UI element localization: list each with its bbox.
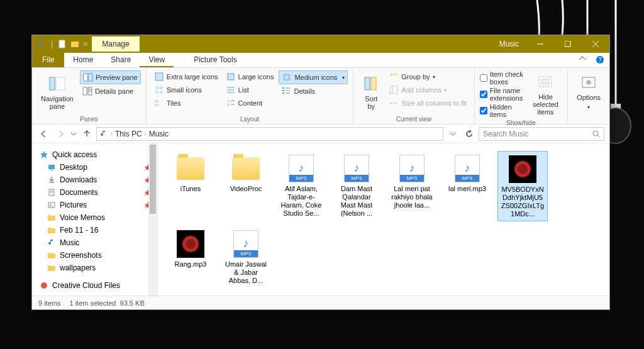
svg-rect-60 <box>48 215 51 216</box>
file-grid[interactable]: iTunesVideoProc♪MP3Atif Aslam, Tajdar-e-… <box>158 143 609 296</box>
svg-rect-59 <box>48 216 55 221</box>
file-item[interactable]: Rang.mp3 <box>165 226 216 287</box>
svg-rect-65 <box>48 266 55 271</box>
refresh-button[interactable] <box>462 127 476 141</box>
documents-icon <box>47 188 56 197</box>
navigation-pane-button[interactable]: Navigation pane <box>37 70 77 114</box>
back-button[interactable] <box>37 127 51 141</box>
file-icon: ♪MP3 <box>452 153 482 184</box>
svg-rect-5 <box>565 41 570 47</box>
large-icons-button[interactable]: Large icons <box>223 70 277 83</box>
hide-selected-items-button[interactable]: Hide selected items <box>529 70 562 118</box>
item-check-boxes-checkbox[interactable]: Item check boxes <box>480 70 526 86</box>
history-dropdown-button[interactable] <box>446 127 460 141</box>
sidebar-item-wallpapers[interactable]: wallpapers <box>32 262 157 274</box>
add-columns-button[interactable]: Add columns ▾ <box>386 84 469 96</box>
svg-rect-20 <box>160 86 163 89</box>
group-label-current-view: Current view <box>358 114 469 123</box>
sidebar-item-music[interactable]: Music <box>32 236 157 249</box>
sidebar-item-documents[interactable]: Documents📌 <box>32 186 157 199</box>
hidden-items-checkbox[interactable]: Hidden items <box>480 103 526 118</box>
group-by-button[interactable]: Group by ▾ <box>386 70 469 83</box>
sidebar-item-label: Documents <box>60 188 98 197</box>
tiles-button[interactable]: Tiles <box>152 97 221 109</box>
sidebar-item-label: Music <box>60 238 79 247</box>
svg-rect-41 <box>371 77 376 90</box>
svg-rect-10 <box>50 77 55 90</box>
svg-rect-19 <box>155 86 158 89</box>
svg-rect-2 <box>59 40 65 48</box>
sidebar-item-desktop[interactable]: Desktop📌 <box>32 161 157 174</box>
navigation-sidebar: Quick access Desktop📌Downloads📌Documents… <box>32 143 158 296</box>
folder-icon <box>47 213 56 222</box>
tab-share[interactable]: Share <box>102 53 140 67</box>
sidebar-item-label: Desktop <box>60 163 87 172</box>
svg-rect-23 <box>155 100 158 102</box>
file-icon: ♪MP3 <box>397 153 427 184</box>
file-item[interactable]: ♪MP3lal meri.mp3 <box>442 151 492 221</box>
recent-locations-button[interactable] <box>70 127 77 141</box>
group-label-layout: Layout <box>152 114 348 123</box>
size-columns-button[interactable]: Size all columns to fit <box>386 97 469 109</box>
tab-picture-tools[interactable]: Picture Tools <box>185 53 245 67</box>
close-button[interactable] <box>582 35 609 53</box>
svg-rect-24 <box>155 104 158 106</box>
content-button[interactable]: Content <box>223 97 277 109</box>
sidebar-item-feb-11-16[interactable]: Feb 11 - 16 <box>32 224 157 236</box>
sidebar-item-label: Downloads <box>60 175 97 184</box>
file-item[interactable]: iTunes <box>165 151 216 221</box>
options-button[interactable]: Options ▾ <box>573 70 604 114</box>
sidebar-item-screenshots[interactable]: Screenshots <box>32 249 157 262</box>
chevron-right-icon[interactable]: › <box>111 131 113 137</box>
help-button[interactable]: ? <box>591 53 609 67</box>
small-icons-button[interactable]: Small icons <box>152 84 221 96</box>
svg-rect-64 <box>48 253 51 254</box>
chevron-right-icon[interactable]: › <box>145 131 147 137</box>
address-bar[interactable]: › This PC › Music <box>96 127 443 141</box>
file-item[interactable]: ♪MP3Umair Jaswal & Jabar Abbas, D... <box>221 226 271 287</box>
file-icon: ♪MP3 <box>286 153 316 184</box>
doc-icon <box>58 40 67 48</box>
file-item[interactable]: ♪MP3Dam Mast Qalandar Mast Mast (Nelson … <box>331 151 382 221</box>
svg-point-50 <box>593 131 598 136</box>
list-button[interactable]: List <box>223 84 277 96</box>
title-bar[interactable]: | = | Manage Music <box>32 35 609 53</box>
forward-button[interactable] <box>53 127 67 141</box>
search-icon <box>592 130 600 138</box>
breadcrumb-music[interactable]: Music <box>149 130 169 138</box>
minimize-button[interactable] <box>526 35 554 53</box>
sidebar-item-voice-memos[interactable]: Voice Memos <box>32 211 157 224</box>
sidebar-item-pictures[interactable]: Pictures📌 <box>32 199 157 211</box>
breadcrumb-this-pc[interactable]: This PC <box>115 130 142 138</box>
file-item[interactable]: MV5BODYxNDdhYjktMjU5ZS00ZGIxLTg1MDc... <box>497 151 548 221</box>
file-label: Atif Aslam, Tajdar-e-Haram, Coke Studio … <box>279 185 324 218</box>
file-item[interactable]: ♪MP3Lal meri pat rakhiyo bhala jhoole la… <box>387 151 437 221</box>
tab-view[interactable]: View <box>140 53 174 67</box>
file-name-extensions-checkbox[interactable]: File name extensions <box>480 87 526 102</box>
maximize-button[interactable] <box>554 35 582 53</box>
preview-pane-button[interactable]: Preview pane <box>80 70 141 84</box>
collapse-ribbon-button[interactable] <box>574 53 591 67</box>
sidebar-quick-access[interactable]: Quick access <box>32 148 157 161</box>
ribbon-group-current-view: Sort by Group by ▾ Add columns ▾ Size al… <box>353 68 474 124</box>
tab-home[interactable]: Home <box>64 53 102 67</box>
sidebar-scrollbar[interactable] <box>148 143 157 296</box>
file-item[interactable]: VideoProc <box>221 151 271 221</box>
search-input[interactable]: Search Music <box>479 127 604 141</box>
medium-icons-button[interactable]: Medium icons▾ <box>279 70 348 84</box>
file-menu[interactable]: File <box>32 53 64 67</box>
sidebar-item-downloads[interactable]: Downloads📌 <box>32 174 157 186</box>
status-bar: 9 items 1 item selected 93.5 KB <box>32 296 609 309</box>
file-item[interactable]: ♪MP3Atif Aslam, Tajdar-e-Haram, Coke Stu… <box>276 151 326 221</box>
sort-by-button[interactable]: Sort by <box>358 70 384 114</box>
ribbon-tabs: File Home Share View Picture Tools ? <box>32 53 609 68</box>
music-icon <box>99 130 108 138</box>
contextual-tab-manage[interactable]: Manage <box>92 36 139 52</box>
details-view-button[interactable]: Details <box>279 85 348 97</box>
svg-rect-66 <box>48 265 51 267</box>
svg-rect-21 <box>155 91 158 94</box>
up-button[interactable] <box>80 127 94 141</box>
extra-large-icons-button[interactable]: Extra large icons <box>152 70 221 83</box>
sidebar-creative-cloud[interactable]: Creative Cloud Files <box>32 279 157 292</box>
details-pane-button[interactable]: Details pane <box>80 85 141 97</box>
